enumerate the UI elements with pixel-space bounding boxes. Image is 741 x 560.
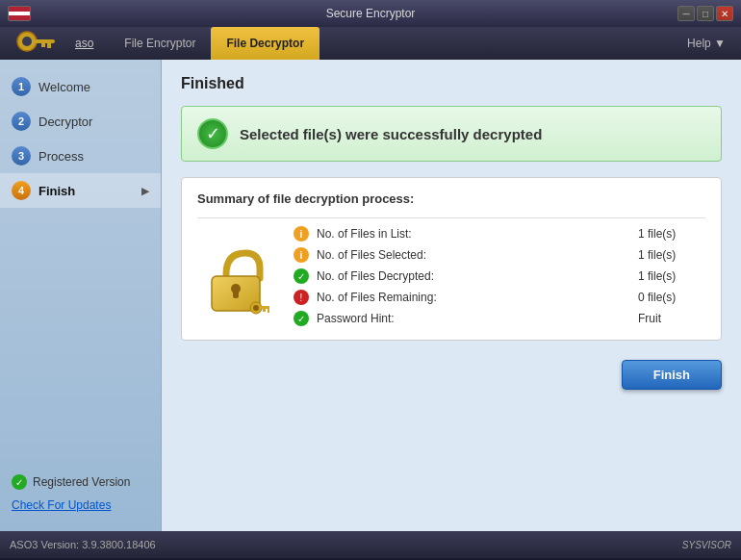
button-row: Finish (181, 360, 722, 390)
info-icon: i (294, 247, 309, 263)
step-label-decryptor: Decryptor (38, 115, 92, 129)
summary-rows: i No. of Files in List: 1 file(s) i No. … (294, 226, 705, 326)
row-value-files-remaining: 0 file(s) (638, 291, 705, 304)
title-bar-left (8, 6, 31, 21)
brand-logo: SYSVISOR (682, 540, 731, 550)
row-value-files-in-list: 1 file(s) (638, 227, 705, 241)
row-value-password-hint: Fruit (638, 312, 705, 325)
error-icon: ! (294, 290, 309, 305)
close-button[interactable]: ✕ (716, 6, 733, 21)
svg-rect-12 (263, 309, 266, 312)
title-bar: Secure Encryptor ─ □ ✕ (0, 0, 741, 27)
sidebar: 1 Welcome 2 Decryptor 3 Process 4 Finish… (0, 60, 162, 531)
page-title: Finished (181, 75, 722, 92)
tab-file-encryptor[interactable]: File Encryptor (109, 27, 211, 60)
table-row: i No. of Files in List: 1 file(s) (294, 226, 705, 242)
summary-divider (197, 217, 705, 218)
summary-content: i No. of Files in List: 1 file(s) i No. … (197, 226, 705, 326)
svg-point-9 (253, 305, 259, 311)
row-value-files-selected: 1 file(s) (638, 248, 705, 262)
table-row: ✓ No. of Files Decrypted: 1 file(s) (294, 268, 705, 284)
finish-button[interactable]: Finish (622, 360, 722, 390)
window-controls: ─ □ ✕ (677, 6, 733, 21)
summary-title: Summary of file decryption process: (197, 191, 705, 206)
menu-bar: aso File Encryptor File Decryptor Help ▼ (0, 27, 741, 60)
table-row: ! No. of Files Remaining: 0 file(s) (294, 290, 705, 305)
bottom-bar: ASO3 Version: 3.9.3800.18406 SYSVISOR (0, 531, 741, 558)
check-updates-link[interactable]: Check For Updates (12, 498, 111, 512)
table-row: i No. of Files Selected: 1 file(s) (294, 247, 705, 263)
sidebar-item-finish[interactable]: 4 Finish ▶ (0, 173, 161, 208)
registered-check-icon: ✓ (12, 474, 27, 490)
help-menu[interactable]: Help ▼ (679, 33, 733, 54)
lock-illustration (197, 226, 274, 326)
sidebar-item-process[interactable]: 3 Process (0, 139, 161, 173)
main-content: 1 Welcome 2 Decryptor 3 Process 4 Finish… (0, 60, 741, 531)
app-title: Secure Encryptor (326, 7, 416, 20)
svg-rect-11 (268, 309, 269, 313)
step-label-process: Process (38, 149, 84, 164)
table-row: ✓ Password Hint: Fruit (294, 311, 705, 326)
step-number-4: 4 (12, 181, 31, 200)
success-check-icon: ✓ (197, 118, 228, 149)
maximize-button[interactable]: □ (697, 6, 714, 21)
sidebar-item-welcome[interactable]: 1 Welcome (0, 69, 161, 104)
tab-file-decryptor[interactable]: File Decryptor (211, 27, 319, 60)
aso-label[interactable]: aso (75, 37, 93, 50)
svg-rect-2 (34, 39, 55, 43)
svg-point-1 (22, 37, 32, 46)
version-label: ASO3 Version: 3.9.3800.18406 (10, 539, 156, 550)
flag-icon (8, 6, 31, 21)
registered-badge: ✓ Registered Version (12, 474, 149, 490)
content-area: Finished ✓ Selected file(s) were success… (162, 60, 741, 531)
step-number-1: 1 (12, 77, 31, 96)
sidebar-bottom: ✓ Registered Version Check For Updates (0, 465, 161, 522)
svg-rect-7 (233, 291, 239, 298)
summary-box: Summary of file decryption process: (181, 177, 722, 341)
row-label-password-hint: Password Hint: (317, 312, 630, 325)
row-label-files-selected: No. of Files Selected: (317, 248, 630, 262)
row-label-files-decrypted: No. of Files Decrypted: (317, 269, 630, 283)
minimize-button[interactable]: ─ (677, 6, 695, 21)
sidebar-item-decryptor[interactable]: 2 Decryptor (0, 104, 161, 139)
step-number-2: 2 (12, 112, 31, 131)
success-icon: ✓ (294, 311, 309, 326)
row-label-files-in-list: No. of Files in List: (317, 227, 630, 241)
app-logo (8, 27, 65, 60)
registered-label: Registered Version (33, 475, 130, 489)
svg-rect-3 (47, 43, 51, 48)
success-message: Selected file(s) were successfully decry… (240, 126, 542, 142)
row-value-files-decrypted: 1 file(s) (638, 269, 705, 283)
step-label-finish: Finish (38, 184, 75, 198)
row-label-files-remaining: No. of Files Remaining: (317, 291, 630, 304)
step-label-welcome: Welcome (38, 80, 90, 94)
svg-rect-4 (41, 43, 45, 47)
success-icon: ✓ (294, 268, 309, 284)
success-banner: ✓ Selected file(s) were successfully dec… (181, 106, 722, 162)
svg-rect-10 (260, 306, 269, 309)
step-arrow-icon: ▶ (141, 186, 149, 196)
info-icon: i (294, 226, 309, 242)
step-number-3: 3 (12, 146, 31, 165)
